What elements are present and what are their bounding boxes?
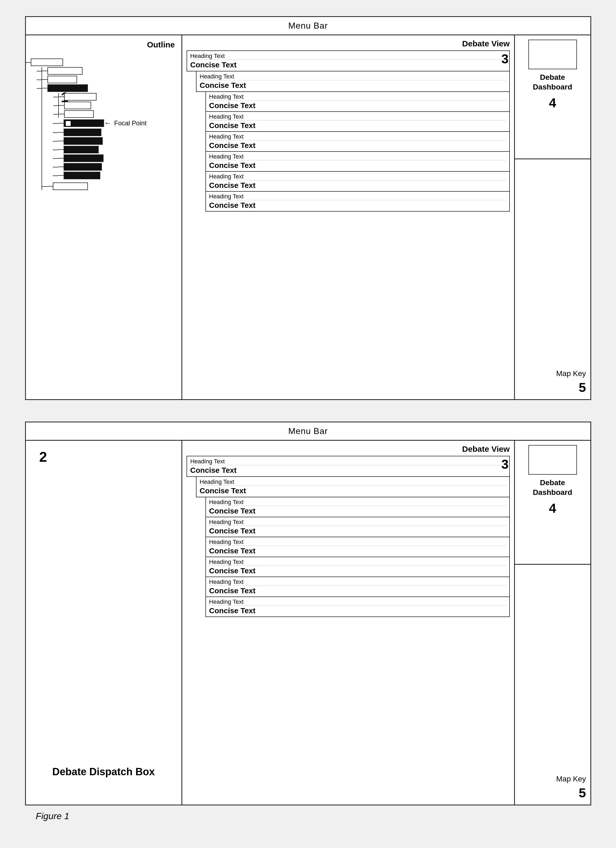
tree-dark-6 xyxy=(58,163,177,170)
dispatch-title: Debate Dispatch Box xyxy=(26,766,181,778)
debate-item-1-1: Heading Text Concise Text xyxy=(196,71,510,92)
tree-node-focal: ← Focal Point xyxy=(58,119,177,127)
debate-item-1-2: Heading Text Concise Text xyxy=(205,92,510,112)
debate-item-1-6: Heading Text Concise Text xyxy=(205,172,510,192)
tree-node-2-3 xyxy=(59,110,177,118)
diagram-1: Menu Bar Outline 1 xyxy=(25,16,591,400)
tree-node-2-2 xyxy=(59,102,177,109)
tree-dark-2 xyxy=(58,129,177,136)
debate-item-1-4: Heading Text Concise Text xyxy=(205,132,510,152)
panel-debate-view-2: Debate View 3 Heading Text Concise Text … xyxy=(182,441,515,805)
outline-title: Outline xyxy=(31,40,177,49)
dashboard-title-1: Debate Dashboard xyxy=(533,73,572,92)
concise-1-1: Concise Text xyxy=(200,81,506,90)
diagram-body-1: Outline 1 xyxy=(26,35,591,399)
tree-node-2-1 xyxy=(59,93,177,101)
diagram-frame-1: Menu Bar Outline 1 xyxy=(25,16,591,400)
tree-node-root xyxy=(31,58,177,66)
tree-branch-1: ← Focal Point xyxy=(42,67,177,190)
tree-subbranch xyxy=(58,93,177,118)
tree-leaf-final xyxy=(47,182,177,190)
tree-dark-4 xyxy=(58,146,177,153)
heading-1-1: Heading Text xyxy=(200,73,506,80)
debate-view-number-1: 3 xyxy=(502,52,509,66)
focal-point-label: ← Focal Point xyxy=(104,119,147,127)
debate-item-2-1: Heading Text Concise Text xyxy=(196,477,510,497)
tree-node-1 xyxy=(42,67,177,75)
diagram-frame-2: Menu Bar 2 Debate Dispatch Box Debate Vi… xyxy=(25,422,591,805)
debate-item-2-2: Heading Text Concise Text xyxy=(205,497,510,517)
panel-dashboard-1: Debate Dashboard 4 xyxy=(515,35,591,159)
diagram-body-2: 2 Debate Dispatch Box Debate View 3 Head… xyxy=(26,441,591,805)
debate-item-2-3: Heading Text Concise Text xyxy=(205,517,510,537)
debate-item-2-7: Heading Text Concise Text xyxy=(205,597,510,617)
tree-node-dark-1 xyxy=(42,85,177,92)
tree-dark-5 xyxy=(58,154,177,162)
dashboard-title-2: Debate Dashboard xyxy=(533,478,572,498)
tree-node-2 xyxy=(42,76,177,83)
dashboard-thumbnail-1 xyxy=(528,40,577,69)
mapkey-number-1: 5 xyxy=(579,380,586,395)
debate-item-2-6: Heading Text Concise Text xyxy=(205,577,510,597)
debate-item-1-5: Heading Text Concise Text xyxy=(205,152,510,172)
debate-item-2-0: Heading Text Concise Text xyxy=(187,456,510,477)
figure-label: Figure 1 xyxy=(36,811,70,821)
panel-right-2: Debate Dashboard 4 Map Key 5 xyxy=(515,441,591,805)
tree-box-root xyxy=(31,58,63,66)
panel-dashboard-2: Debate Dashboard 4 xyxy=(515,441,591,565)
focal-box xyxy=(64,119,104,127)
debate-items-2: Heading Text Concise Text Heading Text C… xyxy=(187,456,510,617)
mapkey-number-2: 5 xyxy=(579,786,586,800)
debate-item-2-5: Heading Text Concise Text xyxy=(205,557,510,577)
dispatch-number: 2 xyxy=(39,449,47,465)
outline-tree: ← Focal Point xyxy=(31,58,177,191)
menu-bar-2: Menu Bar xyxy=(26,423,591,441)
tree-dark-7 xyxy=(58,172,177,179)
panel-right-1: Debate Dashboard 4 Map Key 5 xyxy=(515,35,591,399)
debate-view-title-2: Debate View xyxy=(187,445,510,454)
debate-view-number-2: 3 xyxy=(502,457,509,472)
panel-mapkey-1: Map Key 5 xyxy=(515,159,591,399)
panel-dispatch: 2 Debate Dispatch Box xyxy=(26,441,182,805)
debate-item-2-4: Heading Text Concise Text xyxy=(205,537,510,557)
diagram-2: Menu Bar 2 Debate Dispatch Box Debate Vi… xyxy=(25,422,591,821)
concise-1-0: Concise Text xyxy=(190,61,506,69)
dashboard-thumbnail-2 xyxy=(528,445,577,475)
mapkey-title-2: Map Key xyxy=(556,775,586,783)
debate-sub-items-1: Heading Text Concise Text Heading Text C… xyxy=(205,92,510,212)
panel-mapkey-2: Map Key 5 xyxy=(515,565,591,805)
menu-bar-1: Menu Bar xyxy=(26,17,591,35)
debate-sub-items-2: Heading Text Concise Text Heading Text C… xyxy=(205,497,510,617)
heading-1-0: Heading Text xyxy=(190,53,506,60)
dashboard-number-1: 4 xyxy=(549,95,556,110)
dark-nodes-group xyxy=(58,129,177,179)
debate-item-1-3: Heading Text Concise Text xyxy=(205,112,510,132)
debate-view-title-1: Debate View xyxy=(187,39,510,48)
panel-debate-view-1: Debate View 3 Heading Text Concise Text … xyxy=(182,35,515,399)
debate-item-1-7: Heading Text Concise Text xyxy=(205,192,510,212)
debate-items-1: Heading Text Concise Text Heading Text C… xyxy=(187,50,510,212)
debate-item-1-0: Heading Text Concise Text xyxy=(187,50,510,71)
mapkey-title-1: Map Key xyxy=(556,369,586,378)
dashboard-number-2: 4 xyxy=(549,501,556,516)
panel-outline: Outline 1 xyxy=(26,35,182,399)
tree-dark-3 xyxy=(58,137,177,145)
